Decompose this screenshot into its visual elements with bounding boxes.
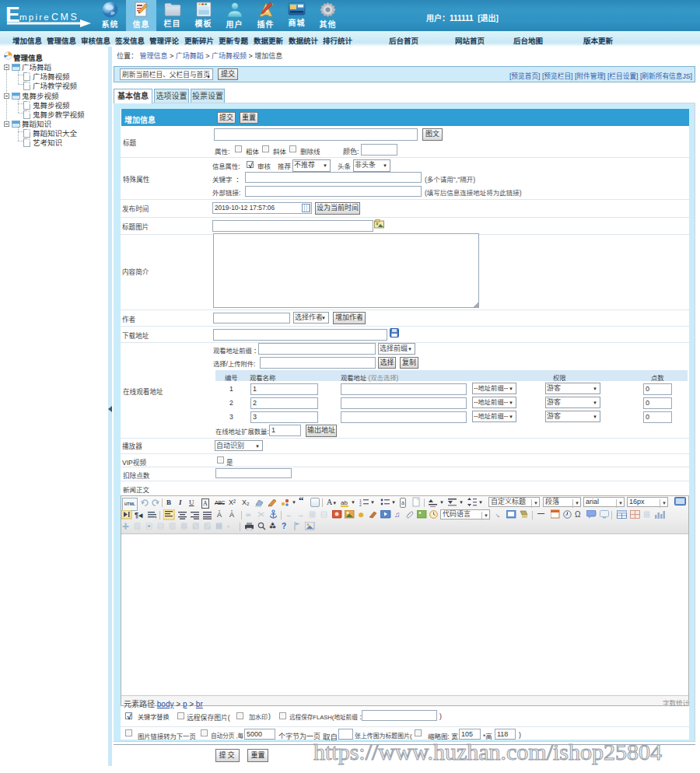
svg-text:2: 2 bbox=[359, 502, 362, 507]
svg-text:ab: ab bbox=[341, 499, 348, 506]
svg-text:mpire: mpire bbox=[19, 12, 51, 22]
svg-text:CMS: CMS bbox=[51, 12, 79, 23]
